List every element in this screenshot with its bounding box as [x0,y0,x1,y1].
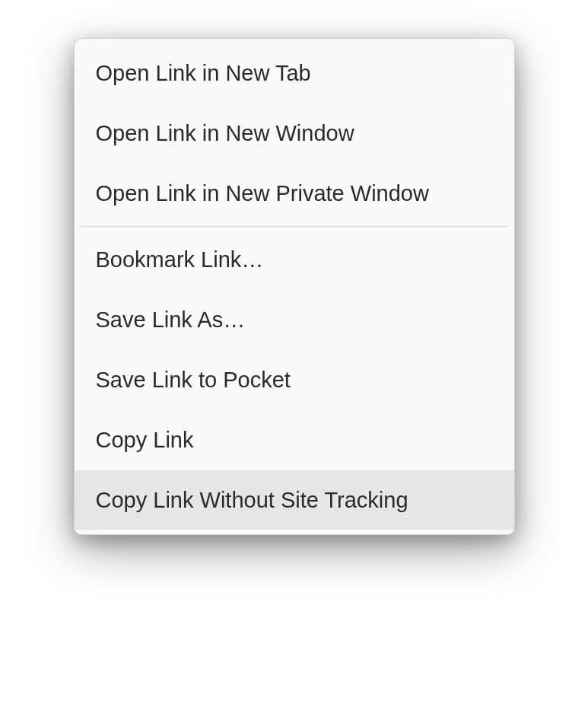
link-context-menu: Open Link in New Tab Open Link in New Wi… [74,38,515,535]
menu-item-save-to-pocket[interactable]: Save Link to Pocket [75,350,514,410]
menu-item-open-private-window[interactable]: Open Link in New Private Window [75,164,514,224]
menu-item-bookmark-link[interactable]: Bookmark Link… [75,230,514,290]
menu-item-copy-link[interactable]: Copy Link [75,410,514,470]
menu-item-save-link-as[interactable]: Save Link As… [75,290,514,350]
menu-item-open-new-window[interactable]: Open Link in New Window [75,104,514,164]
menu-item-open-new-tab[interactable]: Open Link in New Tab [75,43,514,104]
menu-item-copy-link-no-tracking[interactable]: Copy Link Without Site Tracking [75,470,514,530]
menu-separator [81,226,508,227]
